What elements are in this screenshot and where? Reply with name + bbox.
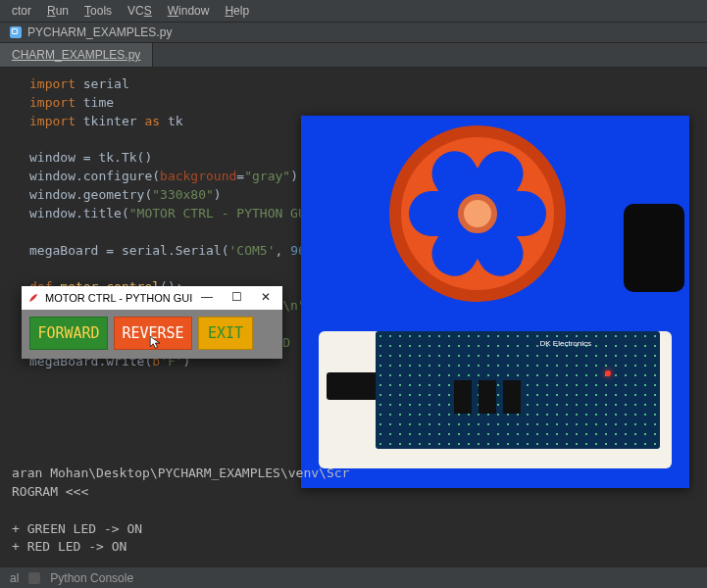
motor-wheel — [389, 125, 566, 302]
motor-shield-pcb: DK Electronics — [376, 331, 660, 449]
motor-body — [624, 204, 684, 292]
tab-file[interactable]: CHARM_EXAMPLES.py — [0, 43, 153, 67]
hardware-photo: DK Electronics — [301, 116, 689, 488]
exit-button[interactable]: EXIT — [198, 317, 253, 350]
forward-button[interactable]: FORWARD — [29, 317, 108, 350]
menu-run[interactable]: Run — [41, 2, 75, 20]
pcb-label: DK Electronics — [540, 339, 591, 348]
python-console-tab[interactable]: Python Console — [50, 571, 133, 585]
tkinter-title: MOTOR CTRL - PYTHON GUI — [45, 292, 192, 304]
breadcrumb: PYCHARM_EXAMPLES.py — [0, 22, 707, 43]
menu-tools[interactable]: Tools — [78, 2, 118, 20]
tkinter-icon — [27, 292, 39, 304]
python-console-icon — [28, 572, 40, 584]
breadcrumb-file[interactable]: PYCHARM_EXAMPLES.py — [27, 25, 172, 39]
menu-help[interactable]: Help — [219, 2, 255, 20]
close-button[interactable]: ✕ — [251, 286, 280, 308]
menu-bar: ctor Run Tools VCS Window Help — [0, 0, 707, 22]
output-line: ROGRAM <<< — [12, 483, 699, 502]
cursor-icon — [149, 335, 161, 351]
reverse-button[interactable]: REVERSE — [114, 317, 192, 350]
minimize-button[interactable]: — — [192, 286, 222, 308]
terminal-tab[interactable]: al — [10, 571, 19, 585]
menu-ctor[interactable]: ctor — [6, 2, 37, 20]
output-line: + GREEN LED -> ON — [12, 520, 699, 539]
maximize-button[interactable]: ☐ — [222, 286, 251, 308]
tkinter-window: MOTOR CTRL - PYTHON GUI — ☐ ✕ FORWARD RE… — [22, 286, 282, 359]
menu-vcs[interactable]: VCS — [122, 2, 158, 20]
output-line: aran Mohan\Desktop\PYCHARM_EXAMPLES\venv… — [12, 465, 699, 483]
usb-cable — [327, 372, 381, 400]
gutter — [0, 75, 24, 489]
menu-window[interactable]: Window — [162, 2, 216, 20]
tkinter-titlebar[interactable]: MOTOR CTRL - PYTHON GUI — ☐ ✕ — [22, 286, 282, 310]
output-line: + RED LED -> ON — [12, 538, 699, 557]
red-led-icon — [605, 370, 611, 376]
editor-tab-bar: CHARM_EXAMPLES.py — [0, 43, 707, 68]
status-bar: al Python Console — [0, 566, 707, 588]
python-file-icon — [10, 26, 22, 38]
run-output: aran Mohan\Desktop\PYCHARM_EXAMPLES\venv… — [4, 461, 707, 561]
